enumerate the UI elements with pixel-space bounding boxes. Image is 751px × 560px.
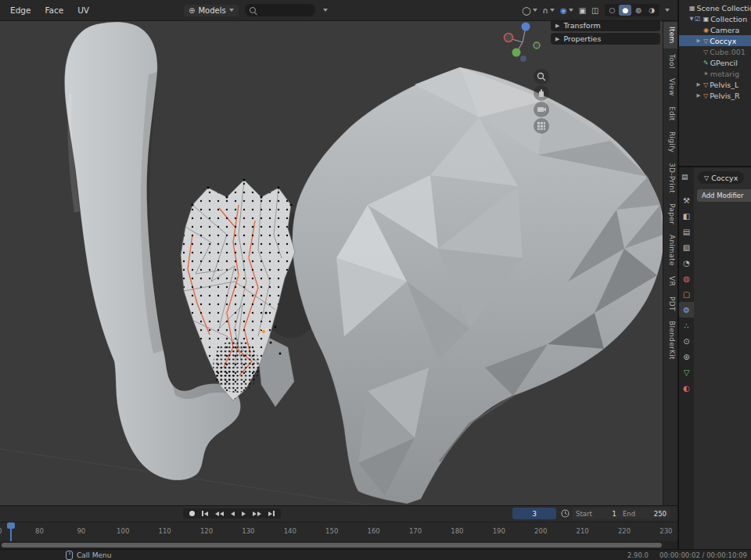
npanel-tab-3d-print[interactable]: 3D-Print — [663, 158, 677, 198]
expand-arrow[interactable]: ▶ — [695, 38, 702, 44]
snapping-button[interactable]: ∩ — [543, 6, 555, 15]
properties-tab-constraints[interactable]: ⊛ — [679, 349, 694, 364]
jump-to-end-button[interactable] — [266, 510, 277, 517]
menu-uv[interactable]: UV — [70, 0, 96, 20]
toggle-ortho-button[interactable] — [534, 118, 549, 134]
proportional-editing-button[interactable]: ◯ — [522, 6, 537, 15]
pan-hand-button[interactable] — [534, 85, 549, 101]
npanel-tab-paper[interactable]: Paper — [663, 199, 677, 229]
xray-toggle-button[interactable]: ▣ — [579, 6, 586, 15]
properties-tab-material[interactable]: ◐ — [679, 380, 694, 396]
3d-viewport[interactable]: EdgeFaceUV ⊕ Models ◯∩◉▣◫ ○●◍◑ ▶ Transfo… — [0, 0, 677, 505]
gizmo-y-neg-axis[interactable] — [534, 42, 540, 48]
add-modifier-button[interactable]: Add Modifier — [697, 189, 751, 202]
properties-tab-modifiers[interactable]: ⚙ — [679, 302, 694, 318]
expand-arrow[interactable]: ▶ — [695, 81, 702, 88]
gizmo-y-axis[interactable] — [512, 48, 521, 57]
zoom-button[interactable] — [534, 69, 549, 84]
armature-icon: ✶ — [703, 70, 709, 77]
npanel-section-transform[interactable]: ▶ Transform — [551, 20, 660, 31]
record-button[interactable] — [187, 510, 197, 517]
playback-controls — [183, 508, 281, 519]
viewport-shading-solid[interactable]: ● — [619, 5, 631, 16]
outliner-tree: ▦Scene Collection▼☑▣Collection◉Camera▶▽C… — [679, 0, 751, 101]
gizmos-button[interactable]: ◉ — [560, 6, 573, 15]
prev-keyframe-button[interactable] — [213, 511, 226, 517]
outliner-item-coccyx[interactable]: ▶▽Coccyx — [679, 35, 751, 46]
outliner-item-camera[interactable]: ◉Camera — [679, 24, 751, 35]
tool-icon: ⚒ — [683, 196, 690, 205]
outliner-item-pelvis-r[interactable]: ▶▽Pelvis_R — [679, 90, 751, 101]
outliner-item-pelvis-l[interactable]: ▶▽Pelvis_L — [679, 79, 751, 90]
expand-arrow: ▶ — [555, 36, 559, 42]
npanel-tab-tool[interactable]: Tool — [663, 49, 677, 74]
modifiers-icon: ⚙ — [683, 306, 690, 314]
npanel-tab-edit[interactable]: Edit — [663, 102, 677, 126]
scene-canvas[interactable] — [0, 0, 677, 505]
properties-tab-tool[interactable]: ⚒ — [679, 192, 694, 208]
ruler-tick: 120 — [200, 527, 213, 535]
npanel-section-properties[interactable]: ▶ Properties — [551, 33, 660, 45]
play-button[interactable] — [239, 511, 248, 517]
overlays-toggle-button[interactable]: ◫ — [591, 6, 598, 15]
npanel-tab-rigify[interactable]: Rigify — [663, 127, 677, 157]
npanel-tab-blenderkit[interactable]: BlenderKit — [663, 316, 677, 364]
timeline-ruler[interactable]: 7080901001101201301401501601701801902002… — [0, 522, 677, 543]
properties-tab-object[interactable]: ▢ — [679, 286, 694, 302]
outliner-item-label: Collection — [710, 15, 747, 23]
npanel-tab-pdt[interactable]: PDT — [663, 292, 677, 316]
properties-tab-render[interactable]: ◧ — [679, 208, 694, 224]
npanel-tab-view[interactable]: View — [663, 74, 677, 101]
expand-arrow[interactable]: ▼ — [688, 16, 695, 22]
properties-tab-view-layer[interactable]: ▧ — [679, 239, 694, 255]
search-input[interactable] — [259, 5, 306, 16]
npanel-tab-vr[interactable]: VR — [663, 271, 677, 291]
npanel-tab-item[interactable]: Item — [663, 22, 677, 48]
npanel-tab-animate[interactable]: Animate — [663, 230, 677, 271]
gizmo-z-neg-axis[interactable] — [520, 56, 526, 62]
properties-tab-scene[interactable]: ◔ — [679, 255, 694, 271]
outliner-item-metarig[interactable]: ✶metarig — [679, 68, 751, 79]
playhead[interactable] — [10, 522, 12, 543]
current-frame-field[interactable]: 3 — [512, 508, 556, 519]
outliner-item-gpencil[interactable]: ✎GPencil — [679, 57, 751, 68]
collection-checkbox[interactable]: ☑ — [695, 15, 701, 23]
viewport-search[interactable] — [245, 4, 315, 16]
models-dropdown[interactable]: ⊕ Models — [184, 5, 239, 16]
breadcrumb[interactable]: ▽ Coccyx — [698, 171, 744, 184]
outliner-item-collection[interactable]: ▼☑▣Collection — [679, 13, 751, 24]
pelvis-right-mesh[interactable] — [293, 67, 664, 504]
camera-view-button[interactable] — [534, 102, 549, 117]
properties-tab-particles[interactable]: ∴ — [679, 318, 694, 333]
viewport-shading-rendered[interactable]: ◑ — [645, 5, 658, 16]
next-keyframe-button[interactable] — [250, 511, 264, 517]
viewport-shading-wireframe[interactable]: ○ — [606, 5, 619, 16]
editor-separator[interactable] — [679, 166, 751, 167]
editor-type-icon[interactable]: ▤ — [681, 173, 688, 181]
properties-tab-physics[interactable]: ⊙ — [679, 333, 694, 349]
navigation-gizmo[interactable] — [496, 16, 548, 67]
outliner-item-scene-collection[interactable]: ▦Scene Collection — [679, 2, 751, 13]
shading-dropdown-icon[interactable] — [665, 9, 670, 12]
outliner-item-cube-001[interactable]: ▽Cube.001 — [679, 46, 751, 57]
properties-tab-output[interactable]: ▤ — [679, 224, 694, 239]
properties-tab-object-data[interactable]: ▽ — [679, 364, 694, 380]
gizmo-z-axis[interactable] — [522, 23, 530, 31]
properties-tab-world[interactable]: ◍ — [679, 271, 694, 286]
horizontal-scrollbar[interactable] — [2, 543, 662, 547]
status-hint: Call Menu — [77, 551, 111, 559]
ruler-tick: 230 — [659, 527, 672, 535]
ruler-tick: 110 — [158, 527, 171, 535]
gizmo-x-axis[interactable] — [505, 34, 513, 42]
play-reverse-button[interactable] — [228, 511, 237, 517]
jump-to-start-button[interactable] — [199, 510, 210, 517]
mesh-icon: ▽ — [703, 38, 708, 45]
expand-arrow[interactable]: ▶ — [695, 92, 702, 99]
viewport-shading-material-preview[interactable]: ◍ — [632, 5, 645, 16]
editor-separator[interactable] — [677, 0, 679, 549]
end-frame-field[interactable]: End 250 — [619, 508, 670, 519]
menu-edge[interactable]: Edge — [3, 0, 38, 20]
start-frame-field[interactable]: Start 1 — [572, 508, 620, 519]
status-bar: Call Menu 2.90.0 00:00:00:02 / 00:00:10:… — [0, 549, 751, 560]
menu-face[interactable]: Face — [38, 0, 70, 20]
